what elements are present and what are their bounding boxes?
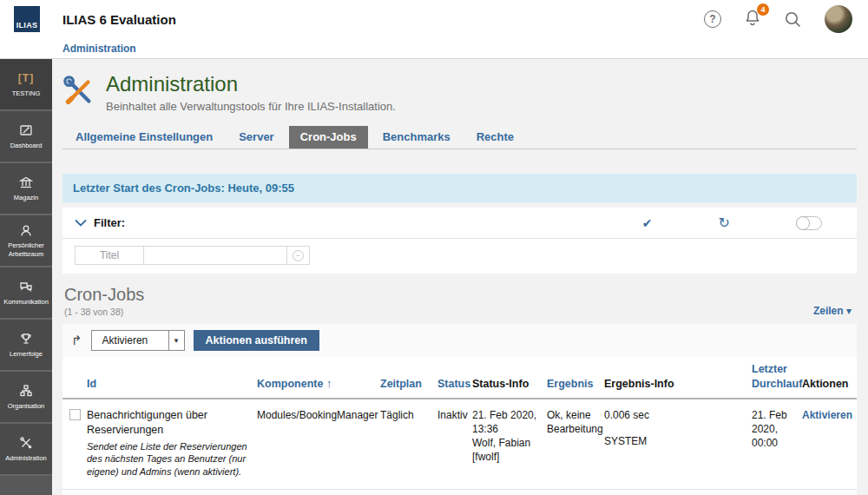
table-title: Cron-Jobs [64,285,855,305]
sidebar-item-kommunikation[interactable]: Kommunikation [0,267,52,320]
breadcrumb: Administration [0,38,868,59]
help-icon[interactable]: ? [704,10,721,28]
tab-rechte[interactable]: Rechte [465,126,525,148]
filter-panel: Filter: ✔ ↻ Titel − [62,208,857,274]
execute-actions-button[interactable]: Aktionen ausführen [194,330,319,351]
tab-cron-jobs[interactable]: Cron-Jobs [289,126,368,148]
column-header-komponente[interactable]: Komponente ↑ [257,377,380,391]
column-header-aktionen: Aktionen [802,377,857,391]
search-icon[interactable] [784,10,802,29]
notification-badge: 4 [757,3,769,16]
job-zeitplan: Täglich [380,408,437,478]
job-description: Sendet eine Liste der Reservierungen des… [87,440,248,479]
table-row: Buchung mit Präferenzen Automatische Buc… [62,490,857,495]
page-subtitle: Beinhaltet alle Verwaltungstools für Ihr… [106,100,396,113]
sort-asc-icon: ↑ [326,378,332,390]
page-title: Administration [106,73,396,96]
column-header-zeitplan[interactable]: Zeitplan [380,377,437,391]
bulk-action-select[interactable]: Aktivieren ▾ [91,330,185,351]
main-content: Administration Beinhaltet alle Verwaltun… [52,59,868,495]
tab-bar: Allgemeine Einstellungen Server Cron-Job… [62,126,857,149]
info-banner: Letzter Start des Cron-Jobs: Heute, 09:5… [62,174,857,202]
notifications-button[interactable]: 4 [744,9,761,30]
column-header-status[interactable]: Status [437,377,472,391]
job-ergebnis-info: 0.006 sec SYSTEM [604,408,752,478]
job-letzter-durchlauf: 21. Feb 2020, 00:00 [752,408,802,478]
chevron-down-icon[interactable] [75,219,87,227]
achievements-icon [19,332,33,346]
apply-filter-icon[interactable]: ✔ [642,216,653,230]
sidebar-item-lernerfolge[interactable]: Lernerfolge [0,320,52,372]
dashboard-icon [19,123,33,138]
cron-jobs-table: Id Komponente ↑ Zeitplan Status Status-I… [62,357,857,495]
sidebar-item-administration[interactable]: Administration [0,424,52,476]
column-header-ergebnis-info: Ergebnis-Info [604,377,752,391]
tab-benchmarks[interactable]: Benchmarks [372,126,462,148]
caret-down-icon: ▾ [168,331,184,350]
reset-filter-icon[interactable]: ↻ [719,214,730,231]
table-row: Benachrichtigungen über Reservierungen S… [62,399,857,490]
bulk-action-bar: ↱ Aktivieren ▾ Aktionen ausführen [62,324,857,357]
sidebar-item-testing[interactable]: [T] TESTING [0,59,52,111]
filter-titel-input[interactable] [144,246,287,265]
testing-brackets-icon: [T] [18,71,34,86]
communication-icon [19,280,33,294]
job-komponente: Modules/BookingManager [257,408,380,478]
remove-filter-button[interactable]: − [287,246,310,265]
tab-server[interactable]: Server [227,126,285,148]
personal-workspace-icon [19,223,33,238]
filter-title: Filter: [94,216,125,229]
breadcrumb-link-administration[interactable]: Administration [62,43,136,55]
sidebar-item-magazin[interactable]: Magazin [0,163,52,215]
job-status: Inaktiv [437,408,472,478]
filter-toggle[interactable] [796,216,822,230]
table-range: (1 - 38 von 38) [64,307,855,317]
column-header-ergebnis[interactable]: Ergebnis [547,377,604,391]
sidebar-item-organisation[interactable]: Organisation [0,372,52,424]
caret-down-icon: ▾ [846,305,852,317]
column-header-letzter-durchlauf[interactable]: Letzter Durchlauf [752,362,802,391]
app-title: ILIAS 6 Evaluation [62,12,176,27]
sidebar-item-dashboard[interactable]: Dashboard [0,111,52,163]
repository-icon [19,175,33,190]
administration-icon [19,436,33,451]
avatar[interactable] [825,5,852,33]
toggle-knob [796,216,810,230]
administration-page-icon [62,75,95,108]
top-bar: ILIAS ILIAS 6 Evaluation ? 4 [0,0,868,38]
column-header-status-info: Status-Info [472,377,547,391]
sidebar-item-persoenlicher-arbeitsraum[interactable]: Persönlicher Arbeitsraum [0,215,52,267]
main-sidebar: [T] TESTING Dashboard Magazin Persönlich… [0,59,52,495]
action-aktivieren[interactable]: Aktivieren [802,408,852,422]
rows-menu-button[interactable]: Zeilen ▾ [813,305,852,317]
minus-circle-icon: − [293,250,304,261]
ilias-logo[interactable]: ILIAS [14,6,40,32]
tab-allgemeine-einstellungen[interactable]: Allgemeine Einstellungen [64,126,224,148]
organisation-icon [19,384,33,399]
job-status-info: 21. Feb 2020, 13:36 Wolf, Fabian [fwolf] [472,408,547,478]
job-title: Benachrichtigungen über Reservierungen [87,408,248,438]
filter-field-label: Titel [75,246,144,265]
select-all-icon[interactable]: ↱ [71,333,82,348]
row-checkbox[interactable] [69,409,81,420]
column-header-id[interactable]: Id [87,377,257,391]
job-ergebnis: Ok, keine Bearbeitung [547,408,604,478]
